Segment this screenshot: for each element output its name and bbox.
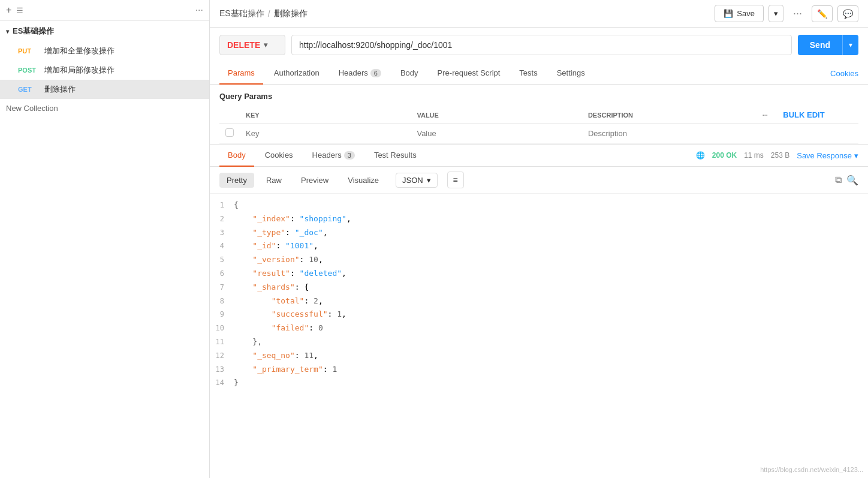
- code-line-8: 8 "total": 2,: [210, 294, 868, 308]
- code-line-6: 6 "result": "deleted",: [210, 267, 868, 281]
- code-line-5: 5 "_version": 10,: [210, 253, 868, 267]
- resp-tab-test-results[interactable]: Test Results: [366, 145, 425, 167]
- sidebar-item-put[interactable]: PUT 增加和全量修改操作: [0, 41, 209, 61]
- cookies-link[interactable]: Cookies: [830, 69, 858, 78]
- value-header: VALUE: [411, 107, 581, 124]
- response-status-bar: 🌐 200 OK 11 ms 253 B Save Response ▾: [696, 151, 858, 160]
- code-line-4: 4 "_id": "1001",: [210, 239, 868, 253]
- key-input[interactable]: [246, 129, 405, 138]
- json-label: JSON: [402, 176, 423, 185]
- tab-tests[interactable]: Tests: [511, 62, 545, 85]
- sidebar-item-get[interactable]: GET 删除操作: [0, 80, 209, 99]
- resp-tab-cookies[interactable]: Cookies: [257, 145, 302, 167]
- send-dropdown-button[interactable]: ▾: [842, 35, 858, 55]
- main-panel: ES基础操作 / 删除操作 💾 Save ▾ ··· ✏️ 💬 DELETE ▾…: [210, 0, 868, 478]
- code-line-13: 13 "_primary_term": 1: [210, 363, 868, 377]
- globe-icon: 🌐: [696, 151, 705, 160]
- resp-tab-body[interactable]: Body: [219, 145, 254, 167]
- check-header: [219, 107, 240, 124]
- params-title: Query Params: [219, 92, 858, 101]
- url-input[interactable]: [291, 35, 792, 55]
- json-dropdown-arrow: ▾: [427, 176, 431, 185]
- sidebar-item-label-put: 增加和全量修改操作: [44, 46, 114, 56]
- json-format-select[interactable]: JSON ▾: [396, 173, 438, 188]
- tab-headers[interactable]: Headers6: [330, 62, 390, 85]
- tab-pre-request[interactable]: Pre-request Script: [429, 62, 509, 85]
- breadcrumb-separator: /: [268, 9, 270, 19]
- save-label: Save: [737, 9, 755, 18]
- save-icon: 💾: [724, 9, 733, 18]
- sidebar-more-icon[interactable]: ···: [195, 5, 203, 16]
- headers-badge: 6: [370, 69, 381, 77]
- params-table: KEY VALUE DESCRIPTION ··· Bulk Edit: [219, 107, 858, 144]
- topbar-actions: 💾 Save ▾ ··· ✏️ 💬: [715, 5, 858, 22]
- chevron-icon: ▾: [6, 28, 9, 35]
- response-size: 253 B: [771, 151, 789, 160]
- tab-authorization[interactable]: Authorization: [266, 62, 328, 85]
- send-group: Send ▾: [798, 35, 858, 55]
- code-line-2: 2 "_index": "shopping",: [210, 212, 868, 226]
- send-button[interactable]: Send: [798, 35, 842, 55]
- sidebar-collection-es[interactable]: ▾ ES基础操作: [0, 21, 209, 41]
- fmt-tab-pretty[interactable]: Pretty: [219, 173, 254, 188]
- bulk-edit-header[interactable]: Bulk Edit: [777, 107, 858, 124]
- sidebar-header: + ☰ ···: [0, 0, 209, 21]
- fmt-tab-raw[interactable]: Raw: [259, 173, 289, 188]
- save-response-arrow: ▾: [854, 151, 858, 160]
- wrap-icon[interactable]: ≡: [447, 172, 464, 188]
- code-line-1: 1 {: [210, 199, 868, 212]
- key-header: KEY: [240, 107, 411, 124]
- code-line-3: 3 "_type": "_doc",: [210, 226, 868, 240]
- method-label: DELETE: [227, 40, 260, 50]
- code-line-7: 7 "_shards": {: [210, 281, 868, 294]
- code-line-11: 11 },: [210, 335, 868, 349]
- edit-button[interactable]: ✏️: [812, 5, 833, 22]
- params-section: Query Params KEY VALUE DESCRIPTION ··· B…: [210, 85, 868, 144]
- method-dropdown-arrow: ▾: [264, 41, 267, 49]
- resp-tab-headers[interactable]: Headers3: [304, 145, 363, 167]
- desc-header: DESCRIPTION: [582, 107, 753, 124]
- code-line-10: 10 "failed": 0: [210, 321, 868, 335]
- collection-label: ES基础操作: [13, 26, 54, 37]
- method-badge-post: POST: [18, 67, 40, 74]
- row-checkbox[interactable]: [225, 128, 234, 137]
- new-collection-label: New Collection: [6, 104, 58, 113]
- sidebar-item-label-post: 增加和局部修改操作: [44, 65, 114, 76]
- new-collection-item[interactable]: New Collection: [0, 99, 209, 118]
- code-line-12: 12 "_seq_no": 11,: [210, 349, 868, 363]
- method-badge-put: PUT: [18, 47, 40, 55]
- format-bar: Pretty Raw Preview Visualize JSON ▾ ≡ ⧉ …: [210, 167, 868, 194]
- topbar-more-button[interactable]: ···: [788, 5, 807, 22]
- sidebar-filter-icon[interactable]: ☰: [16, 6, 23, 15]
- tab-params[interactable]: Params: [219, 62, 263, 85]
- fmt-tab-preview[interactable]: Preview: [294, 173, 336, 188]
- url-bar: DELETE ▾ Send ▾: [210, 28, 868, 62]
- desc-input[interactable]: [588, 129, 747, 138]
- tab-settings[interactable]: Settings: [548, 62, 593, 85]
- response-time: 11 ms: [744, 151, 764, 160]
- code-line-9: 9 "successful": 1,: [210, 308, 868, 321]
- value-input[interactable]: [417, 129, 575, 138]
- save-dropdown-button[interactable]: ▾: [768, 5, 783, 22]
- tab-body[interactable]: Body: [392, 62, 427, 85]
- sidebar-item-label-get: 删除操作: [44, 84, 76, 95]
- method-badge-get: GET: [18, 86, 40, 93]
- save-response-button[interactable]: Save Response ▾: [797, 151, 858, 160]
- code-area: 1 { 2 "_index": "shopping", 3 "_type": "…: [210, 194, 868, 478]
- watermark: https://blog.csdn.net/weixin_4123...: [760, 466, 863, 473]
- comment-button[interactable]: 💬: [837, 5, 858, 22]
- save-button[interactable]: 💾 Save: [715, 5, 764, 22]
- breadcrumb: ES基础操作 / 删除操作: [219, 8, 710, 19]
- copy-icon[interactable]: ⧉: [835, 175, 842, 186]
- breadcrumb-current: 删除操作: [274, 8, 308, 19]
- search-icon[interactable]: 🔍: [846, 175, 858, 186]
- sidebar: + ☰ ··· ▾ ES基础操作 PUT 增加和全量修改操作 POST 增加和局…: [0, 0, 210, 478]
- add-icon[interactable]: +: [6, 5, 11, 16]
- topbar: ES基础操作 / 删除操作 💾 Save ▾ ··· ✏️ 💬: [210, 0, 868, 28]
- more-header: ···: [753, 107, 777, 124]
- fmt-tab-visualize[interactable]: Visualize: [340, 173, 386, 188]
- method-select[interactable]: DELETE ▾: [219, 35, 285, 55]
- status-code: 200 OK: [712, 151, 737, 160]
- sidebar-search-input[interactable]: [28, 6, 190, 15]
- sidebar-item-post[interactable]: POST 增加和局部修改操作: [0, 61, 209, 80]
